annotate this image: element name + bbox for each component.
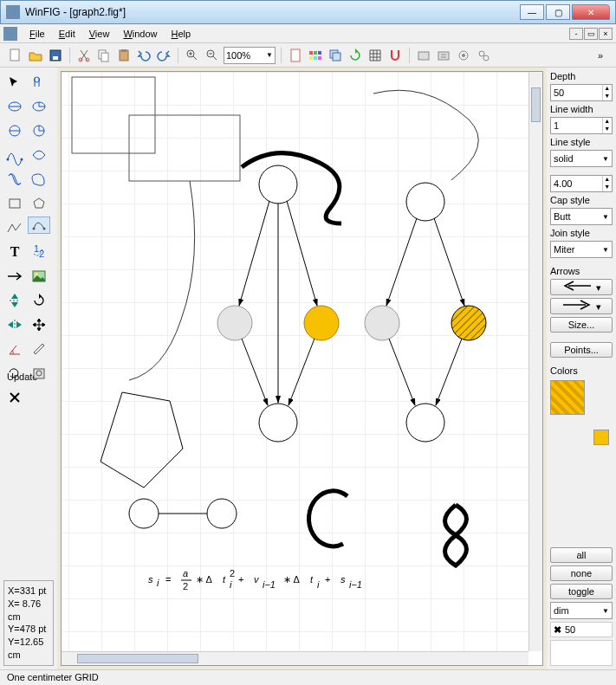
grid-icon[interactable] bbox=[366, 47, 384, 64]
angle-tool[interactable] bbox=[3, 338, 26, 360]
redo-icon[interactable] bbox=[155, 47, 172, 64]
menu-help[interactable]: Help bbox=[165, 27, 198, 41]
save-icon[interactable] bbox=[47, 47, 64, 64]
svg-line-61 bbox=[436, 339, 462, 405]
mdi-minimize[interactable]: - bbox=[569, 28, 583, 40]
settings2-icon[interactable] bbox=[475, 47, 492, 64]
circle-diam-tool[interactable] bbox=[3, 120, 26, 142]
palette-icon[interactable] bbox=[307, 47, 324, 64]
measure-tool[interactable] bbox=[28, 338, 50, 360]
coord-x-pt: X=331 pt bbox=[8, 585, 49, 598]
anchor-tool[interactable] bbox=[28, 71, 50, 94]
lib2-icon[interactable] bbox=[435, 47, 452, 64]
main-toolbar: 100%▼ » bbox=[0, 43, 616, 68]
svg-rect-2 bbox=[53, 56, 58, 60]
zoom-out-icon[interactable] bbox=[204, 47, 221, 64]
arrow-tool[interactable] bbox=[3, 265, 26, 288]
menubar: File Edit View Window Help - ▭ × bbox=[0, 24, 616, 43]
svg-rect-12 bbox=[309, 51, 313, 55]
depth-spinner[interactable]: ▲▼ bbox=[550, 84, 613, 101]
arrow-fwd-button[interactable]: ▾ bbox=[550, 298, 613, 314]
menu-file[interactable]: File bbox=[23, 27, 52, 41]
open-icon[interactable] bbox=[27, 47, 44, 64]
layers-icon[interactable] bbox=[327, 47, 344, 64]
all-button[interactable]: all bbox=[550, 547, 613, 563]
svg-line-60 bbox=[389, 339, 415, 405]
titlebar: WinFIG - [graph2.fig*] — ▢ ✕ bbox=[0, 0, 616, 24]
dimension-tool[interactable]: 12 bbox=[28, 241, 50, 263]
svg-line-52 bbox=[289, 339, 314, 405]
menu-edit[interactable]: Edit bbox=[52, 27, 82, 41]
new-icon[interactable] bbox=[7, 47, 24, 64]
delete-tool[interactable] bbox=[3, 386, 26, 409]
svg-point-34 bbox=[43, 228, 46, 230]
zoom-in-icon[interactable] bbox=[184, 47, 201, 64]
linewidth-spinner[interactable]: ▲▼ bbox=[550, 117, 613, 134]
update-tool[interactable]: Update bbox=[3, 362, 26, 385]
dim-select[interactable]: dim▼ bbox=[550, 602, 613, 619]
ellipse-rad-tool[interactable] bbox=[28, 95, 50, 118]
cut-icon[interactable] bbox=[75, 47, 93, 64]
minimize-button[interactable]: — bbox=[520, 4, 544, 20]
circle-rad-tool[interactable] bbox=[28, 120, 50, 142]
close-button[interactable]: ✕ bbox=[572, 4, 610, 20]
polyline-tool[interactable] bbox=[3, 216, 26, 239]
polygon-tool[interactable] bbox=[28, 192, 50, 215]
menu-view[interactable]: View bbox=[82, 27, 117, 41]
joinstyle-select[interactable]: Miter▼ bbox=[550, 241, 613, 258]
rectangle-tool[interactable] bbox=[3, 192, 26, 215]
copy-icon[interactable] bbox=[95, 47, 113, 64]
svg-text:t: t bbox=[310, 574, 314, 585]
svg-point-62 bbox=[406, 404, 444, 442]
arc-tool[interactable] bbox=[28, 216, 50, 234]
settings-icon[interactable] bbox=[455, 47, 472, 64]
spline-open-tool[interactable] bbox=[3, 144, 26, 166]
svg-point-31 bbox=[21, 158, 23, 161]
refresh-icon[interactable] bbox=[347, 47, 364, 64]
svg-text:v: v bbox=[254, 574, 260, 585]
arrow-back-button[interactable]: ▾ bbox=[550, 279, 613, 295]
rotate-tool[interactable] bbox=[28, 289, 50, 312]
flip-h-tool[interactable] bbox=[3, 313, 26, 336]
coordinate-readout: X=331 pt X= 8.76 cm Y=478 pt Y=12.65 cm bbox=[3, 580, 54, 666]
move-tool[interactable] bbox=[28, 313, 50, 336]
library-tool[interactable] bbox=[28, 362, 50, 385]
svg-text:∗ Δ: ∗ Δ bbox=[283, 574, 300, 585]
lib1-icon[interactable] bbox=[415, 47, 432, 64]
flip-v-tool[interactable] bbox=[3, 289, 26, 312]
interp-spline-tool[interactable] bbox=[3, 168, 26, 191]
undo-icon[interactable] bbox=[135, 47, 152, 64]
toggle-button[interactable]: toggle bbox=[550, 584, 613, 599]
ellipse-diam-tool[interactable] bbox=[3, 95, 26, 118]
menu-window[interactable]: Window bbox=[116, 27, 164, 41]
linestyle-select[interactable]: solid▼ bbox=[550, 150, 613, 167]
vertical-scrollbar[interactable] bbox=[528, 72, 542, 651]
dim-list[interactable] bbox=[550, 640, 613, 666]
capstyle-select[interactable]: Butt▼ bbox=[550, 208, 613, 225]
mdi-close[interactable]: × bbox=[599, 28, 613, 40]
overflow-icon[interactable]: » bbox=[592, 47, 609, 64]
dash-spinner[interactable]: ▲▼ bbox=[550, 175, 613, 192]
none-button[interactable]: none bbox=[550, 565, 613, 581]
canvas-svg: s i = a 2 ∗ Δ t 2 i + v i−1 ∗ Δ t i + s … bbox=[62, 72, 528, 651]
maximize-button[interactable]: ▢ bbox=[546, 4, 570, 20]
paste-icon[interactable] bbox=[115, 47, 133, 64]
fill-swatch[interactable] bbox=[550, 380, 585, 415]
spline-closed-tool[interactable] bbox=[28, 144, 50, 166]
size-button[interactable]: Size... bbox=[550, 317, 613, 333]
drawing-canvas[interactable]: s i = a 2 ∗ Δ t 2 i + v i−1 ∗ Δ t i + s … bbox=[62, 72, 528, 651]
points-button[interactable]: Points... bbox=[550, 342, 613, 358]
text-tool[interactable]: T bbox=[3, 241, 26, 263]
pointer-tool[interactable] bbox=[3, 71, 26, 94]
image-tool[interactable] bbox=[28, 265, 50, 288]
svg-rect-16 bbox=[314, 56, 317, 60]
horizontal-scrollbar[interactable] bbox=[62, 651, 528, 665]
page-icon[interactable] bbox=[287, 47, 304, 64]
pen-swatch[interactable] bbox=[593, 430, 609, 445]
app-icon bbox=[6, 5, 20, 19]
dim-list-row[interactable]: ✖50 bbox=[550, 622, 613, 637]
mdi-restore[interactable]: ▭ bbox=[584, 28, 598, 40]
snap-icon[interactable] bbox=[386, 47, 404, 64]
closed-curve-tool[interactable] bbox=[28, 168, 50, 191]
zoom-select[interactable]: 100%▼ bbox=[224, 47, 276, 64]
